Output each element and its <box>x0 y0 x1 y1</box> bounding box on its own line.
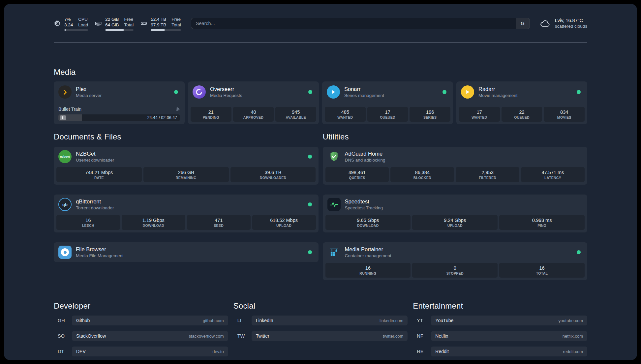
stat-block: 485 WANTED <box>325 107 366 122</box>
memory-free-value: 22 GiB <box>105 16 119 22</box>
disk-free-value: 52.4 TB <box>151 16 166 22</box>
bookmark-github[interactable]: GH Github github.com <box>54 316 228 325</box>
media-card-grid: Plex Media server Bullet Train <box>54 81 587 124</box>
stat-block: 471 SEED <box>187 215 251 230</box>
service-link-plex[interactable]: Plex Media server <box>56 85 182 99</box>
speedtest-pulse-logo <box>327 198 341 211</box>
stat-value: 744.21 Mbps <box>58 169 140 175</box>
cloud-icon <box>540 18 550 29</box>
service-link-sonarr[interactable]: Sonarr Series management <box>325 85 450 99</box>
service-link-qbittorrent[interactable]: qb qBittorrent Torrent downloader <box>56 197 316 212</box>
stat-block: 196 SERIES <box>410 107 450 122</box>
service-link-nzbget[interactable]: nzbget NZBGet Usenet downloader <box>56 149 316 164</box>
service-link-portainer[interactable]: Media Portainer Container management <box>325 245 585 259</box>
stat-block: 39.6 TB DOWNLOADED <box>230 167 316 182</box>
service-subtitle: Torrent downloader <box>76 205 304 211</box>
service-card-overseerr: Overseerr Media Requests 21 PENDING 40 A… <box>188 81 319 124</box>
status-dot <box>443 90 446 94</box>
service-stats: 498,461 QUERIES 86,384 BLOCKED 2,953 FIL… <box>325 167 585 182</box>
service-link-adguard[interactable]: AdGuard Home DNS and adblocking <box>325 149 585 164</box>
service-card-adguard: AdGuard Home DNS and adblocking 498,461 … <box>323 147 588 185</box>
bookmark-youtube[interactable]: YT YouTube youtube.com <box>413 316 587 325</box>
service-stats: 21 PENDING 40 APPROVED 945 AVAILABLE <box>191 107 316 122</box>
stat-block: 0.993 ms PING <box>499 215 585 230</box>
stat-label: BLOCKED <box>392 176 453 180</box>
service-titles: NZBGet Usenet downloader <box>76 150 304 163</box>
section-utilities: Utilities AdGuard Home DNS and adblockin… <box>323 132 588 280</box>
section-title-developer: Developer <box>54 301 228 311</box>
stat-block: 2,953 FILTERED <box>456 167 519 182</box>
overseerr-logo <box>193 85 206 99</box>
bookmark-abbr: SO <box>54 331 72 341</box>
stat-block: 16 RUNNING <box>325 263 411 278</box>
settings-gear-icon[interactable] <box>175 107 180 111</box>
service-title: Sonarr <box>344 86 438 92</box>
stat-label: MOVIES <box>545 115 583 120</box>
search-provider-button[interactable]: G <box>516 18 530 29</box>
service-link-filebrowser[interactable]: File Browser Media File Management <box>56 245 316 259</box>
sonarr-logo <box>327 85 340 99</box>
stat-block: 17 WANTED <box>459 107 500 122</box>
bookmark-netflix[interactable]: NF Netflix netflix.com <box>413 331 587 341</box>
stat-block: 834 MOVIES <box>544 107 585 122</box>
stat-value: 834 <box>545 109 583 115</box>
stat-block: 9.24 Gbps UPLOAD <box>412 215 498 230</box>
bookmark-body: StackOverflow stackoverflow.com <box>72 331 228 341</box>
stat-block: 22 QUEUED <box>502 107 542 122</box>
service-card-sonarr: Sonarr Series management 485 WANTED 17 Q… <box>322 81 453 124</box>
section-title-documents: Documents & Files <box>54 132 319 141</box>
bookmark-stackoverflow[interactable]: SO StackOverflow stackoverflow.com <box>54 331 228 341</box>
stat-block: 266 GB REMAINING <box>143 167 229 182</box>
bookmark-twitter[interactable]: TW Twitter twitter.com <box>233 331 408 341</box>
stat-value: 9.24 Gbps <box>413 217 496 223</box>
bookmark-name: StackOverflow <box>76 333 106 339</box>
search-input[interactable] <box>191 18 516 29</box>
service-stats: 16 RUNNING 0 STOPPED 16 TOTAL <box>325 263 585 278</box>
stat-value: 9.65 Gbps <box>327 217 410 223</box>
stat-label: REMAINING <box>145 176 228 180</box>
bookmark-body: Twitter twitter.com <box>252 331 408 341</box>
service-subtitle: Series management <box>344 93 438 98</box>
bookmark-group-social: Social LI LinkedIn linkedin.com TW Twitt… <box>233 301 408 341</box>
service-link-radarr[interactable]: Radarr Movie management <box>459 85 585 99</box>
service-card-filebrowser: File Browser Media File Management <box>54 242 319 262</box>
bookmark-linkedin[interactable]: LI LinkedIn linkedin.com <box>233 316 408 325</box>
weather-widget[interactable]: Lviv, 16.87°C scattered clouds <box>540 17 587 29</box>
nzbget-logo-text: nzbget <box>60 155 70 158</box>
documents-card-stack: nzbget NZBGet Usenet downloader 744.21 M… <box>54 147 319 262</box>
stat-value: 266 GB <box>145 169 228 175</box>
service-title: AdGuard Home <box>345 150 583 157</box>
status-dot <box>174 90 178 94</box>
qbittorrent-logo: qb <box>58 198 72 211</box>
stat-value: 17 <box>460 109 499 115</box>
cpu-label-bottom: Load <box>78 22 88 28</box>
stat-block: 0 STOPPED <box>412 263 498 278</box>
dashboard-container: 7% CPU 3.24 Load 22 GiB Free 64 G <box>54 16 587 356</box>
playback-time: 24:44 / 02:06:47 <box>147 115 180 120</box>
bookmark-body: DEV dev.to <box>72 347 228 356</box>
memory-label-bottom: Total <box>124 22 134 28</box>
bookmark-url: linkedin.com <box>380 318 403 323</box>
bookmark-body: YouTube youtube.com <box>431 316 587 325</box>
pause-icon[interactable] <box>60 115 66 120</box>
bookmark-dev[interactable]: DT DEV dev.to <box>54 347 228 356</box>
search-bar: G <box>191 18 530 29</box>
weather-text: Lviv, 16.87°C scattered clouds <box>555 17 587 29</box>
playback-progress-bar[interactable]: 24:44 / 02:06:47 <box>58 114 180 121</box>
stat-label: LATENCY <box>522 176 583 180</box>
service-link-overseerr[interactable]: Overseerr Media Requests <box>191 85 316 99</box>
service-subtitle: Usenet downloader <box>76 157 304 163</box>
service-card-speedtest: Speedtest Speedtest Tracking 9.65 Gbps D… <box>323 195 588 232</box>
stat-label: PENDING <box>192 115 230 120</box>
bookmark-reddit[interactable]: RE Reddit reddit.com <box>413 347 587 356</box>
bookmark-url: dev.to <box>212 349 224 354</box>
stat-value: 2,953 <box>457 169 518 175</box>
service-link-speedtest[interactable]: Speedtest Speedtest Tracking <box>325 197 585 212</box>
stat-label: PING <box>501 224 583 228</box>
cpu-usage-fill <box>64 29 66 31</box>
nzbget-logo: nzbget <box>58 150 72 163</box>
status-dot <box>308 90 312 94</box>
topbar: 7% CPU 3.24 Load 22 GiB Free 64 G <box>54 16 587 31</box>
stat-label: SERIES <box>411 115 449 120</box>
stat-value: 21 <box>192 109 230 115</box>
